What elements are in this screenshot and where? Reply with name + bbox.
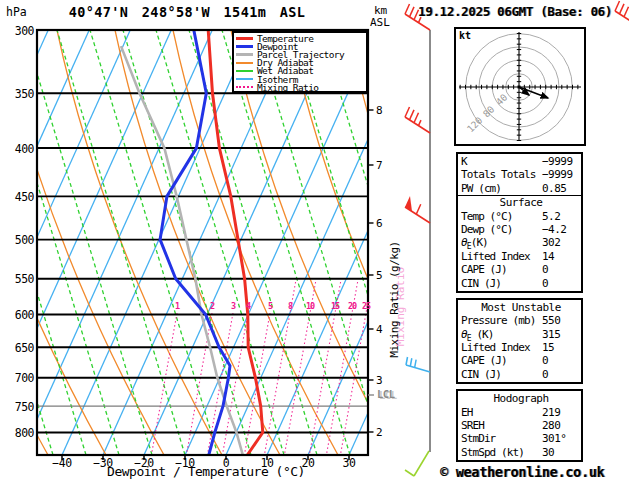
panel-row-value: −9999 [542, 168, 573, 181]
indices-group: SurfaceTemp (°C)5.2Dewp (°C)−4.2θE(K)302… [458, 195, 581, 290]
panel-row-value: 0 [542, 263, 548, 276]
indices-group: K−9999Totals Totals−9999PW (cm)0.85 [461, 155, 581, 195]
legend-item: Wet Adiabat [236, 67, 366, 75]
x-tick-label: 10 [250, 456, 284, 470]
km-tick-label: 8 [376, 104, 383, 117]
panel-row-label: EH [461, 406, 472, 419]
pressure-axis-unit: hPa [6, 5, 27, 19]
panel-row-label: θE (K) [461, 328, 494, 341]
panel-row-value: 550 [542, 314, 560, 327]
mixing-ratio-value-label: 1 [169, 301, 185, 311]
legend-item: Temperature [236, 34, 366, 42]
panel-row-value: −9999 [542, 155, 573, 168]
legend-box: TemperatureDewpointParcel TrajectoryDry … [232, 31, 368, 93]
pressure-tick-label: 750 [7, 400, 34, 414]
km-tick-label: 4 [376, 323, 383, 336]
panel-row-label: CAPE (J) [461, 354, 507, 367]
panel-row-label: Totals Totals [461, 168, 535, 181]
panel-section-title: Hodograph [461, 392, 581, 405]
wet-adiabat-line-swatch [236, 70, 253, 72]
mixing-ratio-value-label: 2 [204, 301, 220, 311]
panel-row: StmDir301° [461, 432, 581, 445]
panel-row: Lifted Index14 [461, 250, 581, 263]
panel-row: PW (cm)0.85 [461, 182, 581, 195]
panel-row-value: 0 [542, 354, 548, 367]
panel-row-label: StmSpd (kt) [461, 446, 524, 459]
legend-item: Mixing Ratio [236, 83, 366, 91]
run-date-title: 19.12.2025 06GMT (Base: 06) [402, 4, 628, 19]
panel-row: θE (K)315 [461, 328, 581, 341]
panel-row-label: K [461, 155, 467, 168]
panel-row: CAPE (J)0 [461, 354, 581, 367]
pressure-tick-label: 800 [7, 426, 34, 440]
mixing-ratio-value-label: 8 [282, 301, 298, 311]
mixing-ratio-line-swatch [236, 86, 253, 88]
panel-row-label: CIN (J) [461, 368, 501, 381]
dewpoint-line-swatch [236, 45, 253, 48]
panel-row-value: 302 [542, 236, 560, 249]
panel-row: Pressure (mb)550 [461, 314, 581, 327]
panel-row-label: Lifted Index [461, 341, 530, 354]
pressure-tick-label: 450 [7, 190, 34, 204]
indices-group: Most UnstablePressure (mb)550θE (K)315Li… [461, 301, 581, 381]
indices-panel: K−9999Totals Totals−9999PW (cm)0.85Surfa… [456, 152, 583, 467]
panel-section-title: Most Unstable [461, 301, 581, 314]
panel-row-label: Dewp (°C) [461, 223, 513, 236]
x-tick-label: −10 [168, 456, 202, 470]
pressure-tick-label: 700 [7, 371, 34, 385]
panel-row-label: StmDir [461, 432, 495, 445]
isotherm-line-swatch [236, 78, 253, 80]
panel-row: θE(K)302 [461, 236, 581, 249]
mixing-ratio-value-label: 10 [302, 301, 318, 311]
pressure-tick-label: 600 [7, 308, 34, 322]
temperature-line-swatch [236, 37, 253, 40]
indices-box: K−9999Totals Totals−9999PW (cm)0.85Surfa… [456, 152, 583, 293]
panel-row-label: PW (cm) [461, 182, 501, 195]
panel-row-label: Lifted Index [461, 250, 530, 263]
lcl-marker-label: LCL [377, 388, 394, 400]
panel-row-label: Pressure (mb) [461, 314, 535, 327]
mixing-ratio-value-label: 15 [327, 301, 343, 311]
panel-row-value: 0 [542, 277, 548, 290]
indices-box: Most UnstablePressure (mb)550θE (K)315Li… [456, 298, 583, 384]
indices-box: HodographEH219SREH280StmDir301°StmSpd (k… [456, 389, 583, 462]
panel-row-label: SREH [461, 419, 484, 432]
panel-row-value: 301° [542, 432, 567, 445]
panel-row-value: 0 [542, 368, 548, 381]
panel-row-value: 30 [542, 446, 554, 459]
panel-row: Dewp (°C)−4.2 [461, 223, 581, 236]
km-tick-label: 2 [376, 426, 383, 439]
panel-row-value: 15 [542, 341, 554, 354]
x-tick-label: −40 [45, 456, 79, 470]
panel-row: CAPE (J)0 [461, 263, 581, 276]
pressure-tick-label: 650 [7, 341, 34, 355]
panel-row: K−9999 [461, 155, 581, 168]
panel-row-value: 315 [542, 328, 560, 341]
panel-row-value: 14 [542, 250, 554, 263]
hodograph-unit-label: kt [459, 30, 471, 41]
panel-row-value: −4.2 [542, 223, 567, 236]
sounding-screenshot: 4080120 hPa 40°47'N 248°58'W 1541m ASL k… [0, 0, 629, 486]
panel-row-label: CIN (J) [461, 277, 501, 290]
panel-row-value: 219 [542, 406, 560, 419]
mixing-ratio-value-label: 5 [262, 301, 278, 311]
panel-section-title: Surface [461, 196, 581, 209]
panel-row: Totals Totals−9999 [461, 168, 581, 181]
panel-row-label: θE(K) [461, 236, 488, 249]
panel-row-label: Temp (°C) [461, 210, 513, 223]
x-tick-label: 20 [291, 456, 325, 470]
dry-adiabat-line-swatch [236, 62, 253, 64]
pressure-tick-label: 350 [7, 87, 34, 101]
height-axis-unit-asl: ASL [370, 16, 390, 29]
mixing-ratio-value-label: 3 [225, 301, 241, 311]
parcel-line-swatch [236, 53, 253, 56]
pressure-tick-label: 400 [7, 142, 34, 156]
x-tick-label: −30 [86, 456, 120, 470]
pressure-tick-label: 300 [7, 24, 34, 38]
mixing-ratio-value-label: 25 [358, 301, 374, 311]
x-tick-label: −20 [127, 456, 161, 470]
panel-row: SREH280 [461, 419, 581, 432]
km-tick-label: 5 [376, 269, 383, 282]
pressure-tick-label: 550 [7, 272, 34, 286]
panel-row: CIN (J)0 [461, 277, 581, 290]
